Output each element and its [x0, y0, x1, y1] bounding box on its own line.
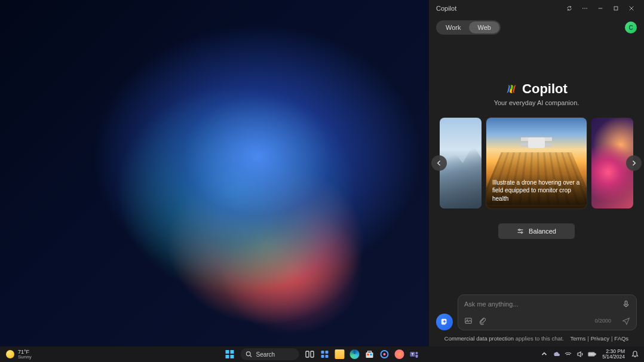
- data-protection-link[interactable]: Commercial data protection: [444, 335, 514, 342]
- footer-suffix: applies to this chat.: [514, 335, 564, 342]
- svg-point-33: [416, 352, 418, 354]
- teams-icon[interactable]: T: [408, 348, 421, 361]
- edge-icon[interactable]: [348, 348, 361, 361]
- carousel-next[interactable]: [626, 155, 642, 171]
- more-icon[interactable]: [577, 2, 593, 15]
- svg-rect-21: [311, 351, 314, 357]
- svg-rect-35: [595, 354, 596, 355]
- svg-rect-24: [321, 355, 324, 358]
- svg-rect-11: [625, 301, 627, 305]
- footer-links: Commercial data protection applies to th…: [429, 335, 644, 346]
- search-label: Search: [256, 351, 275, 358]
- chat-input-box: 0/2000: [458, 294, 637, 330]
- tray-battery-icon[interactable]: [588, 350, 596, 358]
- taskbar-search[interactable]: Search: [241, 348, 299, 360]
- new-topic-icon: [440, 318, 449, 326]
- suggestion-carousel: Illustrate a drone hovering over a field…: [429, 115, 644, 211]
- conversation-style-button[interactable]: Balanced: [498, 223, 575, 239]
- tray-wifi-icon[interactable]: [564, 350, 572, 358]
- mode-work[interactable]: Work: [437, 22, 469, 33]
- char-count: 0/2000: [594, 318, 611, 324]
- privacy-link[interactable]: Privacy: [591, 335, 609, 342]
- faqs-link[interactable]: FAQs: [614, 335, 628, 342]
- taskbar-center: Search T: [223, 348, 421, 361]
- copilot-logo-icon: [505, 83, 517, 95]
- chat-row: 0/2000: [429, 294, 644, 335]
- copilot-taskbar-icon[interactable]: [378, 348, 391, 361]
- hero-subtitle: Your everyday AI companion.: [429, 99, 644, 106]
- search-icon: [246, 351, 253, 358]
- notifications-icon[interactable]: [631, 350, 639, 358]
- svg-point-1: [584, 8, 585, 9]
- chat-input[interactable]: [464, 300, 622, 308]
- mode-web[interactable]: Web: [469, 22, 499, 33]
- copilot-panel: Copilot Work Web C Copilot Your everyday…: [429, 0, 644, 346]
- svg-point-9: [519, 229, 520, 231]
- svg-point-0: [582, 8, 584, 9]
- tray-onedrive-icon[interactable]: [552, 350, 560, 358]
- attachment-icon[interactable]: [479, 317, 487, 325]
- hero: Copilot Your everyday AI companion.: [429, 38, 644, 115]
- start-button[interactable]: [223, 348, 237, 361]
- image-add-icon[interactable]: [464, 317, 473, 325]
- weather-cond: Sunny: [18, 355, 32, 360]
- explorer-icon[interactable]: [333, 348, 346, 361]
- camera-icon[interactable]: [393, 348, 406, 361]
- svg-rect-20: [306, 351, 309, 357]
- tray-chevron-icon[interactable]: [540, 350, 548, 358]
- task-view-icon[interactable]: [303, 348, 317, 361]
- svg-rect-27: [367, 354, 369, 355]
- hero-title: Copilot: [522, 81, 568, 97]
- weather-widget[interactable]: 71°F Sunny: [0, 349, 32, 360]
- taskbar: 71°F Sunny Search T 2:30 PM 5/14/2024: [0, 346, 644, 362]
- svg-point-30: [384, 353, 386, 355]
- close-button[interactable]: [624, 2, 639, 15]
- svg-rect-26: [366, 352, 373, 358]
- clock[interactable]: 2:30 PM 5/14/2024: [600, 349, 627, 360]
- desktop-wallpaper[interactable]: [0, 0, 429, 346]
- style-label: Balanced: [529, 228, 556, 235]
- svg-line-19: [250, 355, 252, 357]
- svg-rect-14: [226, 350, 229, 354]
- svg-point-2: [586, 8, 587, 9]
- terms-link[interactable]: Terms: [570, 335, 585, 342]
- window-title: Copilot: [434, 5, 562, 12]
- svg-rect-28: [370, 354, 372, 355]
- top-controls: Work Web C: [429, 17, 644, 38]
- svg-rect-23: [326, 351, 329, 354]
- send-icon[interactable]: [622, 317, 630, 325]
- svg-rect-36: [589, 353, 594, 355]
- svg-rect-17: [231, 355, 234, 358]
- maximize-button[interactable]: [608, 2, 624, 15]
- tray-volume-icon[interactable]: [576, 350, 584, 358]
- mode-toggle: Work Web: [436, 20, 501, 35]
- sliders-icon: [517, 228, 524, 235]
- svg-text:T: T: [412, 352, 414, 356]
- carousel-card-main[interactable]: Illustrate a drone hovering over a field…: [486, 118, 587, 208]
- store-icon[interactable]: [363, 348, 376, 361]
- svg-rect-4: [614, 7, 618, 10]
- microphone-icon[interactable]: [622, 300, 630, 308]
- svg-rect-22: [321, 351, 324, 354]
- svg-point-18: [246, 352, 250, 356]
- sun-icon: [6, 350, 14, 358]
- new-topic-button[interactable]: [436, 314, 453, 330]
- user-avatar[interactable]: C: [625, 22, 637, 33]
- svg-rect-15: [231, 350, 234, 354]
- system-tray: 2:30 PM 5/14/2024: [540, 349, 644, 360]
- carousel-caption: Illustrate a drone hovering over a field…: [486, 174, 587, 209]
- svg-rect-25: [326, 355, 329, 358]
- clock-date: 5/14/2024: [602, 354, 625, 360]
- titlebar: Copilot: [429, 0, 644, 17]
- refresh-icon[interactable]: [562, 2, 577, 15]
- svg-rect-16: [226, 355, 229, 358]
- svg-point-10: [521, 232, 522, 233]
- carousel-prev[interactable]: [431, 155, 447, 171]
- minimize-button[interactable]: [593, 2, 608, 15]
- widgets-icon[interactable]: [318, 348, 332, 361]
